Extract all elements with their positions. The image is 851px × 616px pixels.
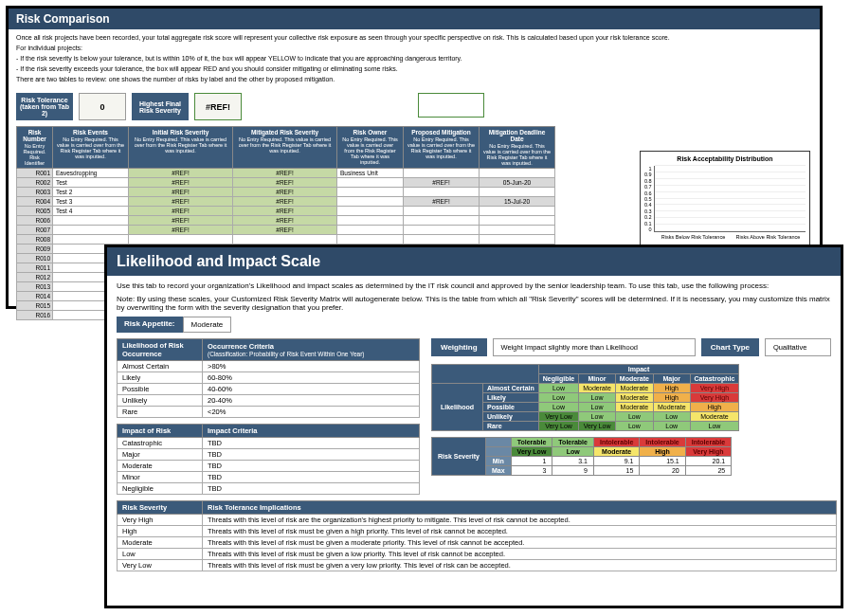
cell-risk-event[interactable]: Test 4 [53,207,129,216]
severity-header-cell: Low [552,446,594,456]
cell-criteria[interactable]: >80% [203,360,420,371]
cell-risk-owner[interactable] [337,226,404,235]
cell-risk-number: R005 [17,207,53,216]
cell-risk-event[interactable] [53,216,129,226]
col-proposed-mitigation[interactable]: Proposed MitigationNo Entry Required. Th… [404,127,480,169]
cell-risk-owner[interactable] [337,178,404,188]
chart-type-value[interactable]: Qualitative [765,338,831,356]
col-risk-events[interactable]: Risk EventsNo Entry Required. This value… [53,127,129,169]
cell-mitigated-severity: #REF! [233,216,337,226]
cell-criteria[interactable]: 60-80% [203,371,420,383]
cell-label: High [118,525,203,536]
cell-risk-event[interactable]: Eavesdropping [53,169,129,178]
cell-proposed-mitigation[interactable] [404,207,480,216]
risk-appetite-label: Risk Appetite: [117,317,183,333]
cell-risk-number: R009 [17,245,53,254]
cell-criteria[interactable]: 40-60% [203,383,420,394]
matrix-cell: Low [538,383,578,392]
cell-criteria[interactable]: Threats with this level of risk must be … [203,536,837,548]
col-initial-severity[interactable]: Initial Risk SeverityNo Entry Required. … [129,127,233,169]
table-row: Very LowThreats with this level of risk … [118,559,837,571]
max-cell: 20 [640,465,685,475]
cell-criteria[interactable]: TBD [203,471,420,482]
matrix-cell: Very High [690,383,739,392]
cell-criteria[interactable]: Threats with this level of risk must be … [203,548,837,559]
cell-label: Likely [118,371,203,383]
cell-risk-event[interactable]: Test 2 [53,188,129,197]
tolerance-table: Risk SeverityTolerableTolerableIntolerab… [431,437,732,476]
cell-proposed-mitigation[interactable]: #REF! [404,178,480,188]
likelihood-row-label: Unlikely [483,411,539,421]
cell-mitigated-severity: #REF! [233,226,337,235]
cell-criteria[interactable]: <20% [203,406,420,417]
matrix-cell: Moderate [690,411,739,421]
cell-risk-event[interactable] [53,235,129,245]
cell-mitigation-deadline[interactable]: 15-Jul-20 [480,197,555,207]
cell-criteria[interactable]: Threats with this level of risk are the … [203,514,837,525]
table-row[interactable]: R006 #REF! #REF! [17,216,555,226]
cell-mitigated-severity [233,235,337,245]
cell-proposed-mitigation[interactable] [404,169,480,178]
table-row[interactable]: R007 #REF! #REF! [17,226,555,235]
col-risk-number[interactable]: Risk NumberNo Entry Required. Risk Ident… [17,127,53,169]
cell-risk-owner[interactable] [337,188,404,197]
cell-criteria[interactable]: Threats with this level of risk must be … [203,559,837,571]
impact-header-cell: Moderate [615,373,653,383]
cell-risk-owner[interactable]: Business Unit [337,169,404,178]
likelihood-impact-panel: Likelihood and Impact Scale Use this tab… [104,245,843,608]
table-row: Rare<20% [118,406,420,417]
cell-criteria[interactable]: 20-40% [203,394,420,406]
cell-mitigation-deadline[interactable] [480,226,555,235]
cell-risk-owner[interactable] [337,197,404,207]
cell-criteria[interactable]: TBD [203,482,420,494]
table-row[interactable]: R001 Eavesdropping #REF! #REF! Business … [17,169,555,178]
likelihood-row-label: Likely [483,392,539,402]
cell-risk-owner[interactable] [337,207,404,216]
table-row[interactable]: R008 [17,235,555,245]
table-row[interactable]: R002 Test #REF! #REF! #REF! 05-Jun-20 [17,178,555,188]
cell-criteria[interactable]: TBD [203,460,420,471]
cell-mitigation-deadline[interactable] [480,207,555,216]
cell-mitigation-deadline[interactable]: 05-Jun-20 [480,178,555,188]
cell-mitigation-deadline[interactable] [480,216,555,226]
table-row[interactable]: R003 Test 2 #REF! #REF! [17,188,555,197]
cell-criteria[interactable]: TBD [203,448,420,460]
cell-mitigated-severity: #REF! [233,188,337,197]
cell-risk-owner[interactable] [337,235,404,245]
table-row[interactable]: R004 Test 3 #REF! #REF! #REF! 15-Jul-20 [17,197,555,207]
cell-risk-owner[interactable] [337,216,404,226]
cell-mitigation-deadline[interactable] [480,188,555,197]
min-cell: 3.1 [552,456,594,465]
cell-proposed-mitigation[interactable]: #REF! [404,197,480,207]
weighting-value[interactable]: Weight Impact slightly more than Likelih… [493,338,696,356]
cell-criteria[interactable]: TBD [203,437,420,448]
intro-line: - If the risk severity exceeds your tole… [16,64,812,73]
tolerance-header-cell: Tolerable [552,437,594,446]
matrix-cell: Low [653,421,690,430]
cell-proposed-mitigation[interactable] [404,235,480,245]
cell-risk-event[interactable] [53,226,129,235]
table-row: Possible40-60% [118,383,420,394]
cell-label: Possible [118,383,203,394]
matrix-cell: Low [579,392,616,402]
col-risk-owner[interactable]: Risk OwnerNo Entry Required. This value … [337,127,404,169]
matrix-cell: Low [653,411,690,421]
cell-risk-event[interactable]: Test [53,178,129,188]
chart-type-label: Chart Type [701,338,759,356]
cell-label: Low [118,548,203,559]
cell-proposed-mitigation[interactable] [404,188,480,197]
col-mitigation-deadline[interactable]: Mitigation Deadline DateNo Entry Require… [480,127,555,169]
cell-mitigation-deadline[interactable] [480,169,555,178]
cell-proposed-mitigation[interactable] [404,226,480,235]
cell-proposed-mitigation[interactable] [404,216,480,226]
cell-mitigation-deadline[interactable] [480,235,555,245]
matrix-cell: Moderate [615,402,653,411]
table-row[interactable]: R005 Test 4 #REF! #REF! [17,207,555,216]
cell-risk-event[interactable]: Test 3 [53,197,129,207]
min-cell: 15.1 [640,456,685,465]
cell-criteria[interactable]: Threats with this level of risk must be … [203,525,837,536]
risk-appetite-value[interactable]: Moderate [183,317,232,333]
matrix-cell: Moderate [615,392,653,402]
col-mitigated-severity[interactable]: Mitigated Risk SeverityNo Entry Required… [233,127,337,169]
cell-risk-number: R003 [17,188,53,197]
